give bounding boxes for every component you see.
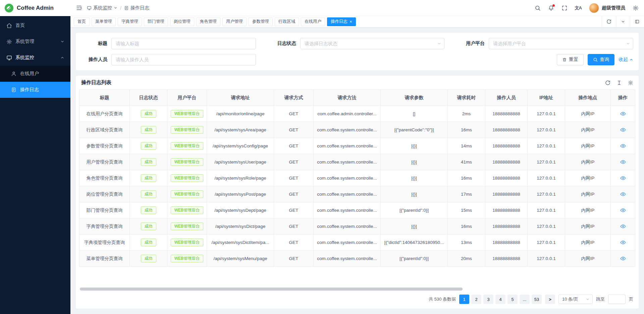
- view-detail-icon[interactable]: [620, 111, 626, 117]
- table-row: 岗位管理分页查询成功WEB管理后台/api/system/sysPost/pag…: [79, 186, 635, 202]
- collapse-filter-link[interactable]: 收起: [619, 57, 633, 63]
- tab-label: 菜单管理: [95, 19, 112, 24]
- cell-duration: 14ms: [448, 138, 485, 154]
- card-head: 操作日志列表: [79, 76, 635, 89]
- reset-button[interactable]: 重置: [557, 54, 584, 65]
- chevron-down-icon[interactable]: [616, 16, 630, 27]
- tab-label: 部门管理: [148, 19, 164, 24]
- table-tools: [605, 80, 633, 85]
- title-input[interactable]: [111, 38, 256, 49]
- user-menu[interactable]: 超级管理员: [589, 3, 625, 13]
- cell-action: [611, 202, 635, 218]
- page-button[interactable]: 4: [495, 295, 505, 304]
- tab-item[interactable]: 参数管理: [249, 17, 273, 26]
- cell-url: /api/system/sysDictItem/pa...: [207, 235, 274, 251]
- view-detail-icon[interactable]: [620, 240, 626, 245]
- cell-ip: 127.0.0.1: [528, 186, 565, 202]
- cell-method: GET: [274, 122, 314, 138]
- view-detail-icon[interactable]: [620, 224, 626, 229]
- tab-item[interactable]: 字典管理: [118, 17, 142, 26]
- sidebar-item-system[interactable]: 系统管理: [0, 34, 70, 50]
- search-button[interactable]: 查询: [588, 54, 614, 65]
- trash-icon: [562, 57, 567, 62]
- refresh-icon[interactable]: [605, 80, 610, 85]
- tab-item[interactable]: 角色管理: [196, 17, 220, 26]
- translate-icon[interactable]: 文A: [575, 5, 582, 11]
- cell-action: [611, 138, 635, 154]
- tab-item[interactable]: 行政区域: [275, 17, 299, 26]
- page-button[interactable]: 1: [459, 295, 469, 304]
- tabbar: 首页菜单管理字典管理部门管理岗位管理角色管理用户管理参数管理行政区域在线用户操作…: [70, 16, 644, 27]
- page-size-select[interactable]: [558, 295, 593, 304]
- cell-method: GET: [274, 235, 314, 251]
- platform-badge: WEB管理后台: [171, 158, 203, 166]
- cell-title: 字典管理分页查询: [79, 218, 130, 235]
- sidebar-item-op-log[interactable]: 操作日志: [0, 82, 70, 98]
- tab-item[interactable]: 在线用户: [301, 17, 325, 26]
- cell-url: /api/system/sysDept/page: [207, 202, 274, 218]
- status-badge: 成功: [141, 239, 156, 247]
- column-settings-gear-icon[interactable]: [628, 80, 633, 85]
- tab-item[interactable]: 首页: [74, 17, 90, 26]
- settings-gear-icon[interactable]: [633, 5, 639, 11]
- cell-platform: WEB管理后台: [167, 154, 207, 170]
- cell-params: [{"dictId":140647326180950...: [381, 235, 448, 251]
- search-icon[interactable]: [535, 5, 541, 11]
- cell-title: 在线用户分页查询: [79, 106, 130, 122]
- sidebar-item-online-user[interactable]: 在线用户: [0, 66, 70, 82]
- platform-badge: WEB管理后台: [171, 142, 203, 150]
- jump-page-input[interactable]: [608, 295, 626, 304]
- reset-button-label: 重置: [569, 57, 578, 63]
- cell-platform: WEB管理后台: [167, 251, 207, 267]
- cell-func: com.coffee.system.controlle...: [314, 154, 381, 170]
- view-detail-icon[interactable]: [620, 191, 626, 197]
- notification-bell-icon[interactable]: [548, 5, 554, 11]
- gear-icon: [6, 39, 12, 45]
- tab-item[interactable]: 操作日志×: [327, 17, 356, 26]
- cell-url: /api/system/sysRole/page: [207, 170, 274, 186]
- view-detail-icon[interactable]: [620, 256, 626, 261]
- collapse-sidebar-icon[interactable]: [76, 5, 82, 11]
- log-status-select[interactable]: [300, 38, 445, 49]
- scrollbar-thumb[interactable]: [80, 288, 463, 291]
- cell-ip: 127.0.0.1: [528, 170, 565, 186]
- page-button[interactable]: 2: [471, 295, 481, 304]
- cell-ip: 127.0.0.1: [528, 122, 565, 138]
- tab-item[interactable]: 菜单管理: [92, 17, 116, 26]
- view-detail-icon[interactable]: [620, 175, 626, 181]
- page-button[interactable]: 5: [507, 295, 518, 304]
- tab-label: 在线用户: [305, 19, 321, 24]
- breadcrumb-item-monitor[interactable]: 系统监控: [87, 5, 117, 11]
- cell-method: GET: [274, 170, 314, 186]
- operator-input[interactable]: [111, 54, 256, 65]
- cell-url: /api/system/sysMenu/page: [207, 251, 274, 267]
- cell-duration: 41ms: [448, 154, 485, 170]
- tab-item[interactable]: 岗位管理: [170, 17, 194, 26]
- status-badge: 成功: [141, 158, 156, 166]
- page-button[interactable]: 53: [532, 295, 542, 304]
- page-ellipsis[interactable]: ...: [520, 295, 530, 304]
- tab-item[interactable]: 用户管理: [222, 17, 247, 26]
- next-page-button[interactable]: >: [545, 295, 555, 304]
- cell-platform: WEB管理后台: [167, 202, 207, 218]
- log-table: 标题日志状态用户平台请求地址请求方式请求方法请求参数请求耗时操作人员IP地址操作…: [79, 89, 635, 285]
- tab-label: 操作日志: [331, 19, 347, 24]
- sidebar-item-label: 系统管理: [15, 39, 60, 45]
- tab-item[interactable]: 部门管理: [144, 17, 168, 26]
- cell-operator: 18888888888: [485, 218, 528, 235]
- cell-params: [{"parentId":0}]: [381, 251, 448, 267]
- refresh-icon[interactable]: [602, 16, 616, 27]
- user-platform-select[interactable]: [489, 38, 633, 49]
- sidebar-item-monitor[interactable]: 系统监控: [0, 50, 70, 66]
- page-button[interactable]: 3: [483, 295, 493, 304]
- view-detail-icon[interactable]: [620, 159, 626, 165]
- view-detail-icon[interactable]: [620, 207, 626, 213]
- view-detail-icon[interactable]: [620, 127, 626, 133]
- view-detail-icon[interactable]: [620, 143, 626, 149]
- row-height-icon[interactable]: [616, 80, 622, 85]
- layout-icon[interactable]: [630, 16, 644, 27]
- sidebar-item-home[interactable]: 首页: [0, 17, 70, 34]
- fullscreen-icon[interactable]: [561, 5, 568, 11]
- tab-close-icon[interactable]: ×: [350, 19, 352, 24]
- cell-url: /api/system/sysDict/page: [207, 218, 274, 235]
